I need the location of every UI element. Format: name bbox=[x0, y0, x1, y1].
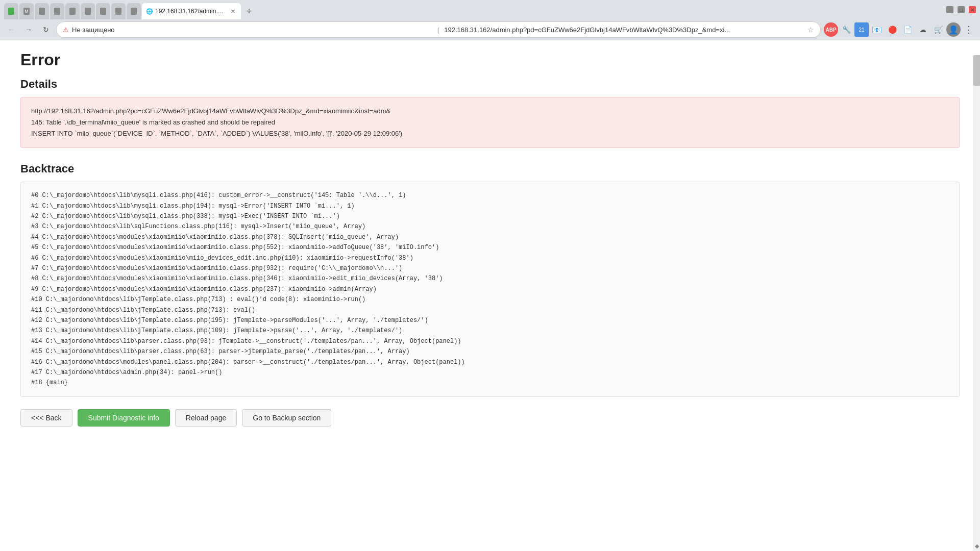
error-title: Error bbox=[20, 51, 960, 69]
scrollbar-thumb[interactable] bbox=[973, 55, 980, 86]
extension-icon-2[interactable]: 21 bbox=[854, 22, 869, 37]
submit-diagnostic-button[interactable]: Submit Diagnostic info bbox=[78, 409, 170, 427]
forward-nav-button[interactable]: → bbox=[21, 22, 36, 37]
backtrace-line: #1 C:\_majordomo\htdocs\lib\mysqli.class… bbox=[31, 201, 949, 211]
tab-item-1[interactable] bbox=[4, 3, 18, 19]
details-title: Details bbox=[20, 78, 960, 91]
backtrace-title: Backtrace bbox=[20, 162, 960, 176]
abp-icon[interactable]: ABP bbox=[824, 22, 838, 37]
extension-icon-1[interactable]: 🔧 bbox=[839, 22, 853, 37]
address-text: Не защищено bbox=[72, 26, 432, 34]
profile-icon[interactable]: 👤 bbox=[946, 22, 961, 37]
error-line-3: INSERT INTO `miio_queue`(`DEVICE_ID`, `M… bbox=[31, 128, 949, 139]
scrollbar-track[interactable]: ◆ bbox=[973, 55, 980, 535]
toolbar-icons: ABP 🔧 21 📧 🔴 📄 ☁ 🛒 👤 ⋮ bbox=[824, 22, 976, 37]
backtrace-line: #12 C:\_majordomo\htdocs\lib\jTemplate.c… bbox=[31, 315, 949, 325]
tab-item-active[interactable]: 🌐 192.168.31.162/admin.php... ✕ bbox=[142, 3, 241, 19]
backtrace-line: #4 C:\_majordomo\htdocs\modules\xiaomimi… bbox=[31, 232, 949, 242]
maximize-button[interactable]: □ bbox=[958, 6, 965, 13]
tab-label: 192.168.31.162/admin.php... bbox=[155, 8, 227, 15]
extension-icon-4[interactable]: 🔴 bbox=[885, 22, 899, 37]
backtrace-box: #0 C:\_majordomo\htdocs\lib\mysqli.class… bbox=[20, 182, 960, 396]
new-tab-button[interactable]: + bbox=[242, 4, 256, 18]
backtrace-line: #10 C:\_majordomo\htdocs\lib\jTemplate.c… bbox=[31, 294, 949, 305]
error-details-box: http://192.168.31.162/admin.php?pd=cGFuZ… bbox=[20, 97, 960, 148]
reload-nav-button[interactable]: ↻ bbox=[39, 22, 53, 37]
tab-item-4[interactable] bbox=[50, 3, 64, 19]
extension-icon-6[interactable]: ☁ bbox=[916, 22, 930, 37]
address-url: 192.168.31.162/admin.php?pd=cGFuZWw6e2Fj… bbox=[444, 26, 804, 34]
backtrace-line: #16 C:\_majordomo\htdocs\modules\panel.c… bbox=[31, 357, 949, 367]
page-content: Error Details http://192.168.31.162/admi… bbox=[0, 40, 980, 535]
backtrace-line: #18 {main} bbox=[31, 378, 949, 388]
extension-icon-5[interactable]: 📄 bbox=[900, 22, 915, 37]
tab-item-3[interactable] bbox=[35, 3, 49, 19]
reload-page-button[interactable]: Reload page bbox=[175, 409, 237, 427]
backtrace-line: #7 C:\_majordomo\htdocs\modules\xiaomimi… bbox=[31, 263, 949, 273]
go-to-backup-button[interactable]: Go to Backup section bbox=[242, 409, 331, 427]
close-window-button[interactable]: ✕ bbox=[969, 6, 976, 13]
tab-favicon: 🌐 bbox=[146, 8, 153, 15]
address-separator: | bbox=[437, 26, 439, 34]
backtrace-line: #8 C:\_majordomo\htdocs\modules\xiaomimi… bbox=[31, 273, 949, 284]
back-nav-button[interactable]: ← bbox=[4, 22, 18, 37]
error-line-2: 145: Table '.\db_terminal\miio_queue' is… bbox=[31, 117, 949, 128]
extension-icon-7[interactable]: 🛒 bbox=[931, 22, 945, 37]
address-bar[interactable]: ⚠ Не защищено | 192.168.31.162/admin.php… bbox=[56, 21, 821, 38]
backtrace-line: #2 C:\_majordomo\htdocs\lib\mysqli.class… bbox=[31, 211, 949, 221]
browser-chrome: M 🌐 192. bbox=[0, 0, 980, 40]
backtrace-line: #15 C:\_majordomo\htdocs\lib\parser.clas… bbox=[31, 346, 949, 357]
bookmark-icon[interactable]: ☆ bbox=[807, 26, 814, 34]
tab-bar: M 🌐 192. bbox=[0, 0, 980, 19]
tab-item-5[interactable] bbox=[65, 3, 80, 19]
backtrace-line: #0 C:\_majordomo\htdocs\lib\mysqli.class… bbox=[31, 190, 949, 201]
tab-item-8[interactable] bbox=[111, 3, 126, 19]
extension-icon-3[interactable]: 📧 bbox=[870, 22, 884, 37]
backtrace-line: #3 C:\_majordomo\htdocs\lib\sqlFunctions… bbox=[31, 221, 949, 232]
error-line-1: http://192.168.31.162/admin.php?pd=cGFuZ… bbox=[31, 106, 949, 117]
backtrace-line: #17 C:\_majordomo\htdocs\admin.php(34): … bbox=[31, 367, 949, 378]
tab-item-7[interactable] bbox=[96, 3, 110, 19]
tab-item-9[interactable] bbox=[127, 3, 141, 19]
backtrace-line: #11 C:\_majordomo\htdocs\lib\jTemplate.c… bbox=[31, 305, 949, 315]
buttons-row: <<< Back Submit Diagnostic info Reload p… bbox=[20, 409, 960, 427]
minimize-button[interactable]: ─ bbox=[946, 6, 953, 13]
backtrace-line: #13 C:\_majordomo\htdocs\lib\jTemplate.c… bbox=[31, 325, 949, 336]
window-controls: ─ □ ✕ bbox=[946, 6, 976, 16]
back-button[interactable]: <<< Back bbox=[20, 409, 72, 427]
backtrace-line: #14 C:\_majordomo\htdocs\lib\parser.clas… bbox=[31, 336, 949, 346]
menu-icon[interactable]: ⋮ bbox=[962, 22, 976, 37]
address-bar-row: ← → ↻ ⚠ Не защищено | 192.168.31.162/adm… bbox=[0, 19, 980, 40]
security-icon: ⚠ bbox=[63, 26, 69, 34]
tab-close-button[interactable]: ✕ bbox=[229, 7, 237, 15]
tab-item-2[interactable]: M bbox=[19, 3, 34, 19]
backtrace-line: #5 C:\_majordomo\htdocs\modules\xiaomimi… bbox=[31, 242, 949, 253]
backtrace-line: #6 C:\_majordomo\htdocs\modules\xiaomimi… bbox=[31, 253, 949, 263]
tab-item-6[interactable] bbox=[81, 3, 95, 19]
backtrace-line: #9 C:\_majordomo\htdocs\modules\xiaomimi… bbox=[31, 284, 949, 294]
